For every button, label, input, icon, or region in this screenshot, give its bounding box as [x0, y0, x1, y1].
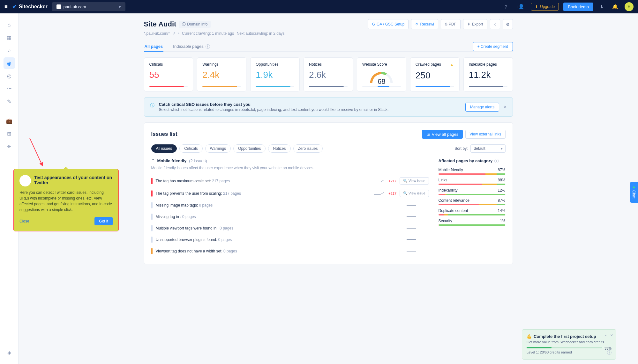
sidebar-search-icon[interactable]: ⌕ — [4, 45, 15, 56]
category-row[interactable]: Links88% — [439, 178, 506, 185]
pdf-button[interactable]: ⎙ PDF — [441, 19, 461, 29]
tab-indexable-pages[interactable]: Indexable pagesi — [172, 41, 210, 51]
issue-row[interactable]: Multiple viewport tags were found in : 0… — [151, 222, 429, 234]
tip-close-link[interactable]: Close — [19, 219, 29, 223]
invite-icon[interactable]: +👤 — [514, 4, 526, 10]
sidebar-dashboard-icon[interactable]: ▦ — [4, 32, 15, 43]
menu-icon[interactable]: ≡ — [4, 4, 8, 10]
category-row[interactable]: Mobile friendly87% — [439, 168, 506, 175]
view-external-links-button[interactable]: View external links — [465, 130, 505, 139]
stat-criticals[interactable]: Criticals 55 — [144, 57, 193, 91]
cat-name: Links — [439, 178, 447, 182]
severity-indicator — [151, 202, 153, 208]
issue-row[interactable]: Unsupported browser plugins found: 0 pag… — [151, 234, 429, 245]
ga-setup-button[interactable]: GGA / GSC Setup — [368, 19, 409, 29]
sidebar-target-icon[interactable]: ◎ — [4, 70, 15, 82]
tooltip-popover: Test appearances of your content on Twit… — [13, 169, 119, 231]
create-segment-button[interactable]: + Create segment — [473, 42, 513, 51]
tabs: All pages Indexable pagesi + Create segm… — [144, 41, 513, 52]
favicon-icon — [56, 4, 61, 9]
sort-select[interactable]: default — [470, 144, 506, 153]
issue-row[interactable]: Viewport tag does not have a width set: … — [151, 245, 429, 257]
logo-icon: ✔ — [12, 3, 17, 10]
reminder-pct: 33% — [604, 346, 612, 350]
share-button[interactable]: < — [490, 19, 500, 29]
close-icon[interactable]: × — [504, 104, 507, 110]
manage-alerts-button[interactable]: Manage alerts — [465, 103, 499, 112]
category-row[interactable]: Security1% — [439, 219, 506, 226]
close-icon[interactable]: × — [610, 333, 613, 338]
tip-title: Test appearances of your content on Twit… — [34, 175, 113, 186]
sidebar-briefcase-icon[interactable]: 💼 — [4, 115, 15, 127]
view-issue-button[interactable]: 🔍 View issue — [400, 177, 429, 185]
settings-button[interactable]: ⚙ — [503, 19, 513, 29]
stat-indexable[interactable]: Indexable pages 11.2k — [463, 57, 513, 91]
bell-icon[interactable]: 🔔 — [610, 4, 620, 10]
stat-score[interactable]: Website Score 68 — [357, 57, 406, 91]
category-row[interactable]: Duplicate content14% — [439, 208, 506, 215]
page-title: Site Audit — [144, 20, 176, 28]
logo[interactable]: ✔Sitechecker — [12, 3, 48, 10]
group-description: Mobile friendly issues affect the user e… — [151, 166, 429, 170]
domain-text: paul-uk.com — [64, 4, 86, 9]
domain-selector[interactable]: paul-uk.com ▾ — [52, 2, 125, 11]
stat-warnings[interactable]: Warnings 2.4k — [197, 57, 246, 91]
chevron-up-icon: ⌃ — [151, 158, 155, 163]
crumbs: *.paul-uk.com/*↗ • Current crawling: 1 m… — [144, 31, 513, 36]
sidebar-apps-icon[interactable]: ⊞ — [4, 128, 15, 139]
category-row[interactable]: Indexability12% — [439, 188, 506, 195]
stat-opportunities[interactable]: Opportunities 1.9k — [250, 57, 300, 91]
cat-name: Content relevance — [439, 198, 469, 203]
reminder-panel: ⌄ × 💪 Complete the first project setup G… — [522, 329, 616, 360]
group-mobile-friendly[interactable]: ⌃ Mobile friendly (2 issues) — [151, 158, 429, 163]
minimize-icon[interactable]: ⌄ — [604, 333, 607, 337]
issue-row[interactable]: Missing image map tags: 0 pages — [151, 200, 429, 211]
chat-tab[interactable]: Chat — [630, 182, 638, 203]
chip-opportunities[interactable]: Opportunities — [233, 144, 266, 153]
cat-name: Security — [439, 219, 452, 223]
sparkline — [407, 204, 416, 207]
sidebar-settings-icon[interactable]: ◈ — [4, 347, 15, 358]
sidebar-audit-icon[interactable]: ◉ — [4, 57, 15, 69]
category-row[interactable]: Content relevance87% — [439, 198, 506, 205]
stat-crawled[interactable]: Crawled pages▲ 250 — [410, 57, 460, 91]
severity-indicator — [151, 248, 153, 254]
upgrade-button[interactable]: ⬆ Upgrade — [531, 3, 559, 11]
chip-criticals[interactable]: Criticals — [179, 144, 203, 153]
categories-panel: Affected pages by categoryi Mobile frien… — [439, 158, 506, 257]
avatar[interactable]: H — [625, 2, 634, 11]
sidebar-share-icon[interactable]: ⚹ — [4, 141, 15, 152]
issue-name: The tag has maximum-scale set: 217 pages — [156, 179, 371, 183]
chip-zero[interactable]: Zero issues — [293, 144, 323, 153]
tab-all-pages[interactable]: All pages — [144, 41, 164, 51]
cat-pct: 12% — [498, 188, 505, 193]
export-button[interactable]: ⬇ Export — [463, 19, 487, 29]
online-dot-icon — [633, 186, 635, 188]
issue-name: The tag prevents the user from scaling: … — [156, 191, 371, 196]
tip-gotit-button[interactable]: Got it — [94, 217, 113, 225]
issue-row[interactable]: Missing tag in : 0 pages — [151, 211, 429, 222]
help-icon[interactable]: ? — [503, 4, 509, 10]
issues-panel: Issues list 🗎 View all pages View extern… — [144, 122, 513, 264]
sidebar-trend-icon[interactable]: 〜 — [4, 83, 15, 94]
view-all-pages-button[interactable]: 🗎 View all pages — [422, 130, 463, 139]
sparkline — [407, 227, 416, 230]
info-icon[interactable]: i — [607, 350, 612, 355]
download-icon[interactable]: ⬇ — [598, 4, 606, 10]
book-demo-button[interactable]: Book demo — [563, 3, 593, 11]
info-icon: i — [494, 159, 499, 163]
crumb-site[interactable]: *.paul-uk.com/* — [144, 31, 170, 36]
issue-row[interactable]: The tag has maximum-scale set: 217 pages… — [151, 175, 429, 187]
recrawl-button[interactable]: ↻ Recrawl — [411, 19, 438, 29]
view-issue-button[interactable]: 🔍 View issue — [400, 190, 429, 197]
sidebar-home-icon[interactable]: ⌂ — [4, 19, 15, 31]
chip-warnings[interactable]: Warnings — [205, 144, 231, 153]
issue-row[interactable]: The tag prevents the user from scaling: … — [151, 187, 429, 200]
info-icon: ⓘ — [150, 103, 154, 108]
chip-all[interactable]: All issues — [151, 144, 177, 153]
sparkline — [407, 238, 416, 241]
domain-info-button[interactable]: ⓘ Domain info — [179, 21, 211, 28]
sidebar-magic-icon[interactable]: ✎ — [4, 96, 15, 107]
stat-notices[interactable]: Notices 2.6k — [304, 57, 353, 91]
chip-notices[interactable]: Notices — [268, 144, 290, 153]
